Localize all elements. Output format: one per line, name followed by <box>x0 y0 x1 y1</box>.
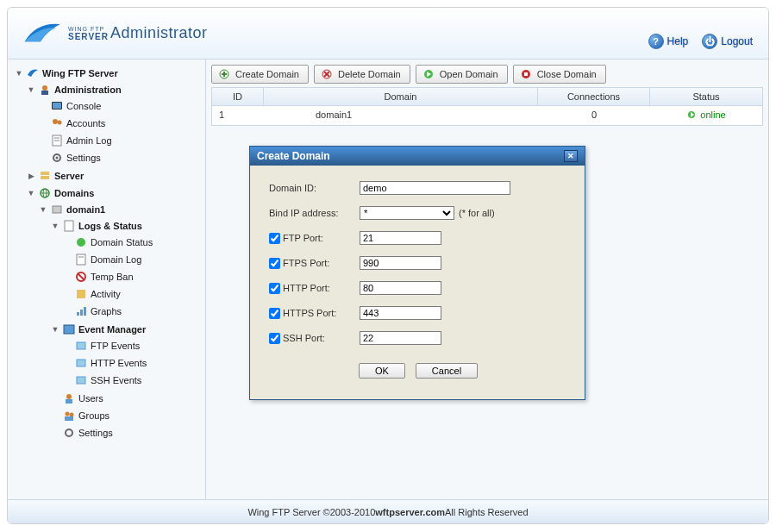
toggle-icon[interactable]: ▼ <box>15 69 23 78</box>
tree-root[interactable]: ▼ Wing FTP Server <box>13 66 202 81</box>
tree-graphs[interactable]: Graphs <box>61 304 202 319</box>
svg-rect-12 <box>41 176 49 179</box>
ssh-port-checkbox[interactable] <box>269 333 280 344</box>
domain-id-input[interactable] <box>360 181 510 195</box>
svg-rect-1 <box>41 91 48 95</box>
open-icon <box>422 67 435 81</box>
svg-point-36 <box>66 429 72 436</box>
tree-domain-settings[interactable]: Settings <box>49 425 202 441</box>
open-domain-button[interactable]: Open Domain <box>416 65 508 84</box>
tree-groups[interactable]: Groups <box>49 408 202 423</box>
domain-id-label: Domain ID: <box>269 183 360 193</box>
sidebar: ▼ Wing FTP Server ▼ <box>8 59 206 499</box>
svg-point-31 <box>66 394 72 399</box>
toggle-icon[interactable]: ▼ <box>51 325 59 334</box>
domains-icon <box>38 186 52 200</box>
https-port-input[interactable] <box>360 306 441 320</box>
ftps-port-label: FTPS Port: <box>283 258 329 268</box>
svg-rect-35 <box>65 416 73 421</box>
col-connections[interactable]: Connections <box>538 88 650 105</box>
ftp-port-input[interactable] <box>360 231 441 245</box>
tree-accounts[interactable]: Accounts <box>37 116 202 131</box>
svg-rect-27 <box>64 325 74 334</box>
status-icon <box>74 235 88 249</box>
cancel-button[interactable]: Cancel <box>416 363 478 379</box>
tree-http-events[interactable]: HTTP Events <box>61 355 202 371</box>
tree-domain-log[interactable]: Domain Log <box>61 252 202 267</box>
tree-domain-status[interactable]: Domain Status <box>61 235 202 250</box>
tree-console[interactable]: Console <box>37 98 202 114</box>
toggle-icon[interactable]: ▼ <box>27 85 35 94</box>
svg-rect-29 <box>77 360 85 366</box>
tree-domain1[interactable]: ▼ domain1 <box>37 202 202 217</box>
tree-event-manager[interactable]: ▼ Event Manager <box>49 322 202 337</box>
http-port-input[interactable] <box>360 281 441 295</box>
tree-temp-ban[interactable]: Temp Ban <box>61 269 202 285</box>
bind-ip-select[interactable]: * <box>360 206 454 220</box>
help-link[interactable]: ? Help <box>648 34 689 49</box>
https-port-label: HTTPS Port: <box>283 308 336 318</box>
svg-point-33 <box>66 412 70 416</box>
delete-icon <box>320 67 334 81</box>
tree-administration[interactable]: ▼ Administration <box>25 82 202 97</box>
domain-grid: ID Domain Connections Status 1 domain1 0… <box>211 87 763 126</box>
toggle-icon[interactable]: ▼ <box>39 205 47 214</box>
svg-rect-23 <box>77 290 85 298</box>
ok-button[interactable]: OK <box>359 363 405 379</box>
table-row[interactable]: 1 domain1 0 online <box>212 106 762 125</box>
groups-icon <box>62 409 76 422</box>
tree-activity[interactable]: Activity <box>61 286 202 302</box>
http-port-label: HTTP Port: <box>283 283 330 293</box>
tree-ftp-events[interactable]: FTP Events <box>61 338 202 354</box>
cell-connections: 0 <box>538 106 650 125</box>
toggle-icon[interactable]: ▼ <box>51 222 59 230</box>
dialog-titlebar[interactable]: Create Domain ✕ <box>250 147 585 166</box>
create-icon <box>217 67 231 81</box>
col-id[interactable]: ID <box>212 88 264 105</box>
dialog-close-button[interactable]: ✕ <box>564 150 578 162</box>
app-logo: WING FTP SERVER Administrator <box>21 16 207 51</box>
svg-rect-30 <box>77 377 85 384</box>
settings-icon <box>62 426 76 440</box>
ftp-port-label: FTP Port: <box>283 233 323 243</box>
toggle-icon[interactable]: ▼ <box>27 189 35 197</box>
adminlog-icon <box>50 134 64 147</box>
server-icon <box>26 66 40 80</box>
event-icon <box>74 373 88 387</box>
create-domain-button[interactable]: Create Domain <box>211 65 309 84</box>
tree-server[interactable]: ▶ Server <box>25 168 202 184</box>
tree-adminlog[interactable]: Admin Log <box>37 133 202 148</box>
http-port-checkbox[interactable] <box>269 283 280 294</box>
ssh-port-input[interactable] <box>360 331 441 345</box>
online-icon <box>686 110 697 120</box>
col-status[interactable]: Status <box>650 88 762 105</box>
logout-link[interactable]: ⏻ Logout <box>702 34 753 49</box>
ftps-port-input[interactable] <box>360 256 441 270</box>
delete-domain-button[interactable]: Delete Domain <box>314 65 410 84</box>
https-port-checkbox[interactable] <box>269 308 280 319</box>
toggle-icon[interactable]: ▶ <box>27 172 35 180</box>
col-domain[interactable]: Domain <box>264 88 538 105</box>
tree-admin-settings[interactable]: Settings <box>37 150 202 166</box>
bind-ip-hint: (* for all) <box>459 208 495 218</box>
svg-line-22 <box>78 273 84 280</box>
ftps-port-checkbox[interactable] <box>269 258 280 269</box>
activity-icon <box>74 287 88 301</box>
svg-rect-28 <box>77 342 85 349</box>
tree-domains[interactable]: ▼ Domains <box>25 185 202 201</box>
brand-bottom: SERVER <box>68 32 109 41</box>
cell-status: online <box>650 106 762 125</box>
server-node-icon <box>38 169 52 183</box>
svg-rect-11 <box>41 172 49 175</box>
tree-users[interactable]: Users <box>49 391 202 406</box>
graphs-icon <box>74 304 88 318</box>
tree-ssh-events[interactable]: SSH Events <box>61 372 202 388</box>
dialog-title-text: Create Domain <box>257 150 330 162</box>
event-icon <box>74 339 88 353</box>
grid-header: ID Domain Connections Status <box>212 88 762 106</box>
tree-logs-status[interactable]: ▼ Logs & Status <box>49 218 202 234</box>
users-icon <box>62 391 76 405</box>
ftp-port-checkbox[interactable] <box>269 233 280 244</box>
close-domain-button[interactable]: Close Domain <box>513 65 606 84</box>
svg-point-5 <box>58 121 62 125</box>
